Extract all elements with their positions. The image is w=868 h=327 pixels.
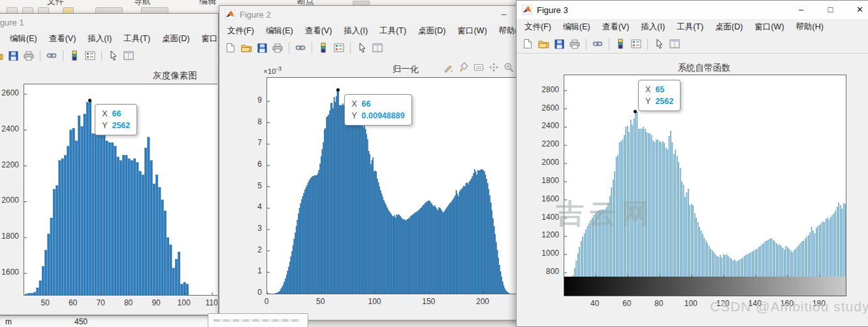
save-figure-icon[interactable] bbox=[7, 50, 19, 61]
illegible-text bbox=[214, 319, 300, 322]
y-tick-label: 1600 bbox=[0, 267, 19, 277]
menu-item-1[interactable]: 编辑(E) bbox=[557, 22, 596, 33]
datatip-y-value: 2562 bbox=[112, 121, 130, 130]
menu-item-3[interactable]: 插入(I) bbox=[635, 22, 671, 33]
y-tick-label: 9 bbox=[232, 95, 262, 105]
close-button[interactable]: ✕ bbox=[845, 1, 868, 19]
insert-colorbar-icon[interactable] bbox=[615, 38, 626, 50]
figure2-window[interactable]: Figure 2 – 文件(F)编辑(E)查看(V)插入(I)工具(T)桌面(D… bbox=[219, 5, 526, 320]
menu-item-4[interactable]: 工具(T) bbox=[374, 26, 412, 37]
menu-item-3[interactable]: 插入(I) bbox=[338, 26, 374, 37]
datatips-icon[interactable] bbox=[474, 62, 484, 73]
y-tick-label: 7 bbox=[232, 138, 262, 147]
y-tick-label: 2200 bbox=[529, 139, 559, 148]
x-tick-label: 80 bbox=[116, 298, 142, 307]
x-tick-label: 50 bbox=[308, 297, 334, 306]
toolstrip-tab-edit[interactable]: 编辑 bbox=[199, 0, 216, 7]
open-file-icon[interactable] bbox=[240, 42, 252, 54]
menu-item-6[interactable]: 窗口(W) bbox=[748, 22, 790, 33]
maximize-button[interactable]: □ bbox=[816, 1, 845, 19]
y-tick-label: 800 bbox=[529, 267, 559, 276]
x-tick-label: 60 bbox=[60, 298, 86, 307]
zoom-in-icon[interactable] bbox=[504, 62, 514, 73]
menu-item-5[interactable]: 桌面(D) bbox=[156, 33, 195, 44]
figure1-window[interactable]: Figure 1 文件(F)编辑(E)查看(V)插入(I)工具(T)桌面(D)窗… bbox=[0, 13, 219, 315]
new-figure-icon[interactable] bbox=[522, 38, 534, 50]
link-plot-icon[interactable] bbox=[46, 50, 57, 61]
insert-legend-icon[interactable] bbox=[333, 42, 345, 54]
background-partial-window bbox=[208, 313, 308, 327]
brush-data-icon[interactable] bbox=[458, 62, 469, 73]
menu-item-0[interactable]: 文件(F) bbox=[519, 22, 557, 33]
menu-item-5[interactable]: 桌面(D) bbox=[709, 22, 748, 33]
pan-icon[interactable] bbox=[489, 62, 499, 73]
insert-colorbar-icon[interactable] bbox=[69, 50, 80, 61]
toolstrip-tab-file[interactable]: 文件 bbox=[47, 0, 64, 7]
menu-item-1[interactable]: 编辑(E) bbox=[4, 33, 43, 44]
y-tick-label: 1400 bbox=[529, 213, 559, 222]
open-file-icon[interactable] bbox=[538, 38, 549, 50]
print-figure-icon[interactable] bbox=[569, 38, 581, 50]
window-title: Figure 1 bbox=[0, 18, 24, 27]
menu-item-0[interactable]: 文件(F) bbox=[221, 26, 260, 37]
link-plot-icon[interactable] bbox=[295, 42, 306, 54]
grayscale-colorbar bbox=[564, 277, 846, 296]
toolstrip-tab-navigate[interactable]: 导航 bbox=[134, 0, 151, 7]
y-tick-label: 2000 bbox=[0, 196, 19, 205]
edit-plot-icon[interactable] bbox=[107, 50, 119, 61]
edit-plot-icon[interactable] bbox=[356, 42, 368, 54]
toolbar-separator bbox=[101, 50, 102, 61]
new-figure-icon[interactable] bbox=[225, 42, 236, 54]
background-editor-strip: m 450 bbox=[0, 315, 218, 327]
minimize-button[interactable]: – bbox=[786, 1, 816, 19]
insert-colorbar-icon[interactable] bbox=[317, 42, 329, 54]
y-tick-label: 2000 bbox=[529, 158, 559, 167]
insert-legend-icon[interactable] bbox=[630, 38, 642, 50]
figure3-axes[interactable] bbox=[564, 75, 846, 278]
open-file-icon[interactable] bbox=[0, 50, 3, 61]
edit-plot-tool-icon[interactable] bbox=[443, 62, 454, 73]
figure2-titlebar[interactable]: Figure 2 – bbox=[219, 6, 525, 23]
figure2-toolbar bbox=[219, 39, 525, 58]
menu-item-3[interactable]: 插入(I) bbox=[82, 33, 118, 44]
minimize-button[interactable]: – bbox=[489, 6, 519, 23]
print-figure-icon[interactable] bbox=[23, 50, 35, 61]
y-tick-label: 2 bbox=[232, 245, 262, 254]
menu-item-2[interactable]: 查看(V) bbox=[43, 33, 82, 44]
datatip[interactable]: X65Y2562 bbox=[638, 80, 681, 111]
window-buttons: –□✕ bbox=[786, 1, 868, 19]
figure3-plot-canvas: 系统自带函数 吉云网 CSDN @Ambitiou studys 4060801… bbox=[517, 54, 868, 326]
insert-legend-icon[interactable] bbox=[84, 50, 96, 61]
watermark-jiyunwang: 吉云网 bbox=[556, 196, 654, 232]
menu-item-5[interactable]: 桌面(D) bbox=[412, 26, 451, 37]
y-tick-label: 2800 bbox=[529, 85, 559, 94]
menu-item-2[interactable]: 查看(V) bbox=[299, 26, 338, 37]
figure3-window[interactable]: Figure 3 –□✕ 文件(F)编辑(E)查看(V)插入(I)工具(T)桌面… bbox=[516, 0, 868, 327]
menu-item-6[interactable]: 窗口(W) bbox=[451, 26, 492, 37]
save-figure-icon[interactable] bbox=[553, 38, 565, 50]
menu-item-4[interactable]: 工具(T) bbox=[118, 33, 156, 44]
menu-item-7[interactable]: 帮助(H) bbox=[790, 22, 829, 33]
window-buttons: – bbox=[489, 6, 519, 23]
datatip[interactable]: X66Y0.00948889 bbox=[344, 94, 411, 126]
menu-item-1[interactable]: 编辑(E) bbox=[260, 26, 299, 37]
menu-item-4[interactable]: 工具(T) bbox=[671, 22, 709, 33]
x-tick-label: 40 bbox=[582, 299, 608, 308]
property-inspector-icon[interactable] bbox=[123, 50, 135, 61]
figure3-titlebar[interactable]: Figure 3 –□✕ bbox=[517, 1, 868, 19]
save-figure-icon[interactable] bbox=[256, 42, 268, 54]
y-tick-label: 4 bbox=[232, 202, 262, 211]
edit-plot-icon[interactable] bbox=[653, 38, 665, 50]
menu-item-6[interactable]: 窗口(W) bbox=[195, 33, 218, 44]
datatip[interactable]: X66Y2562 bbox=[95, 104, 137, 135]
property-inspector-icon[interactable] bbox=[669, 38, 681, 50]
menu-item-2[interactable]: 查看(V) bbox=[596, 22, 635, 33]
print-figure-icon[interactable] bbox=[272, 42, 283, 54]
window-title: Figure 3 bbox=[537, 5, 568, 15]
link-plot-icon[interactable] bbox=[592, 38, 603, 50]
y-tick-label: 1000 bbox=[529, 249, 559, 258]
y-tick-label: 6 bbox=[232, 160, 262, 169]
figure1-titlebar[interactable]: Figure 1 bbox=[0, 14, 218, 31]
property-inspector-icon[interactable] bbox=[372, 42, 383, 54]
figure3-toolbar bbox=[517, 35, 868, 54]
